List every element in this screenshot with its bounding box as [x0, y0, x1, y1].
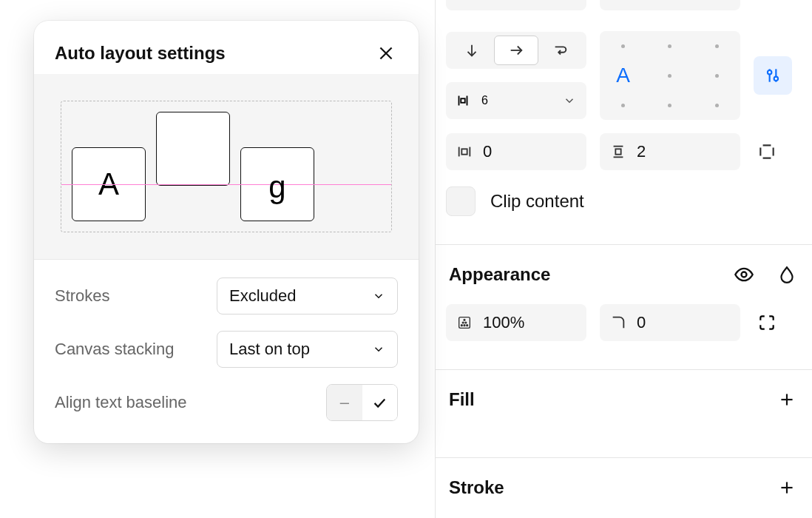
corner-radius-icon: [610, 314, 626, 331]
clip-content-label: Clip content: [490, 191, 584, 212]
blend-mode-button[interactable]: [775, 263, 799, 286]
droplet-icon: [777, 265, 796, 284]
direction-horizontal-button[interactable]: [494, 36, 538, 65]
align-top-center[interactable]: [646, 31, 693, 61]
padding-horizontal-value: 0: [483, 142, 492, 161]
corner-radius-value: 0: [637, 313, 646, 332]
canvas-stacking-value: Last on top: [229, 340, 310, 359]
preview-box-mid: [156, 112, 230, 186]
wrap-icon: [552, 42, 569, 58]
align-baseline-off[interactable]: –: [327, 385, 362, 420]
align-middle-center[interactable]: [646, 61, 693, 90]
auto-layout-settings-modal: Auto layout settings A g Strokes Exclude…: [34, 21, 419, 443]
svg-point-6: [774, 77, 778, 81]
preview-frame: A g: [61, 101, 392, 232]
svg-point-19: [465, 322, 467, 323]
gap-icon: [455, 92, 471, 109]
chevron-down-icon: [372, 343, 385, 356]
gap-value: 6: [481, 94, 488, 107]
check-icon: [371, 394, 388, 411]
svg-point-20: [464, 319, 465, 320]
svg-point-18: [462, 322, 464, 323]
field-cutoff-left[interactable]: [446, 0, 586, 10]
align-baseline-label: Align text baseline: [55, 393, 187, 412]
align-top-left[interactable]: [600, 31, 646, 61]
svg-point-4: [768, 70, 771, 74]
add-stroke-button[interactable]: [775, 476, 799, 500]
clip-content-checkbox[interactable]: [446, 186, 476, 216]
field-cutoff-right[interactable]: [600, 0, 740, 10]
close-button[interactable]: [374, 41, 398, 65]
opacity-value: 100%: [483, 313, 524, 332]
opacity-icon: [456, 314, 473, 331]
plus-icon: [777, 390, 796, 409]
padding-horizontal-field[interactable]: 0: [446, 133, 586, 170]
align-middle-right[interactable]: [694, 61, 740, 90]
modal-title: Auto layout settings: [55, 43, 226, 64]
opacity-field[interactable]: 100%: [446, 304, 586, 341]
independent-sides-button[interactable]: [754, 138, 780, 165]
canvas-stacking-select[interactable]: Last on top: [217, 331, 398, 368]
sliders-icon: [763, 66, 782, 85]
modal-preview: A g: [34, 74, 419, 260]
chevron-down-icon: [563, 94, 576, 107]
align-baseline-toggle: –: [326, 384, 398, 421]
direction-wrap-button[interactable]: [538, 36, 583, 65]
plus-icon: [777, 478, 796, 497]
padding-vertical-icon: [610, 144, 626, 160]
fill-title: Fill: [449, 389, 475, 410]
align-bottom-left[interactable]: [600, 90, 646, 120]
align-bottom-right[interactable]: [694, 90, 740, 120]
direction-segmented: [446, 32, 586, 69]
stroke-title: Stroke: [449, 477, 504, 498]
svg-point-15: [461, 325, 462, 326]
independent-corners-icon: [757, 313, 777, 332]
strokes-value: Excluded: [229, 286, 297, 306]
eye-icon: [734, 264, 754, 285]
alignment-grid: A: [600, 31, 740, 120]
appearance-title: Appearance: [449, 264, 550, 285]
svg-point-13: [742, 272, 747, 278]
close-icon: [376, 44, 396, 63]
corner-radius-field[interactable]: 0: [600, 304, 740, 341]
chevron-down-icon: [372, 289, 385, 303]
baseline-line: [61, 184, 391, 185]
arrow-right-icon: [508, 42, 524, 58]
add-fill-button[interactable]: [775, 388, 799, 411]
svg-rect-11: [615, 149, 620, 154]
svg-point-16: [464, 325, 465, 326]
direction-vertical-button[interactable]: [450, 36, 494, 65]
arrow-down-icon: [464, 42, 480, 58]
svg-point-17: [467, 325, 468, 326]
padding-vertical-value: 2: [637, 142, 646, 161]
svg-rect-2: [461, 98, 465, 103]
align-bottom-center[interactable]: [646, 90, 693, 120]
strokes-select[interactable]: Excluded: [217, 278, 398, 314]
align-middle-left[interactable]: A: [600, 61, 646, 90]
padding-vertical-field[interactable]: 2: [600, 133, 740, 170]
gap-field[interactable]: 6: [446, 82, 586, 119]
visibility-button[interactable]: [732, 263, 756, 286]
independent-sides-icon: [757, 142, 777, 161]
auto-layout-settings-button[interactable]: [754, 56, 792, 95]
strokes-label: Strokes: [55, 286, 110, 306]
independent-corners-button[interactable]: [754, 309, 780, 336]
inspector-panel: 6 A 0: [435, 0, 812, 518]
padding-horizontal-icon: [456, 144, 473, 160]
svg-rect-8: [461, 149, 467, 154]
align-baseline-on[interactable]: [362, 385, 398, 420]
canvas-stacking-label: Canvas stacking: [55, 340, 174, 359]
align-top-right[interactable]: [694, 31, 740, 61]
